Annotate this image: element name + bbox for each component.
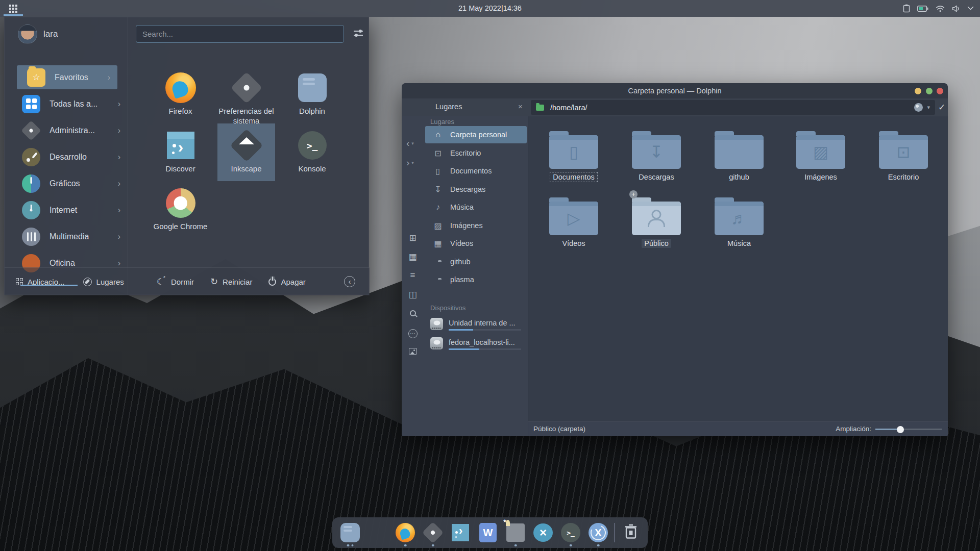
folder-github[interactable]: github (701, 130, 777, 182)
places-panel-close-icon[interactable]: × (518, 102, 523, 111)
dock-writer[interactable]: W (476, 518, 500, 547)
favorite-firefox[interactable]: Firefox (152, 66, 209, 123)
place-imagenes[interactable]: ▨ Imágenes (425, 217, 527, 234)
tab-aplicaciones[interactable]: Aplicacio... (16, 278, 65, 286)
more-options-icon[interactable]: ··· (402, 328, 424, 338)
folder-view[interactable]: ▯ Documentos ↧ Descargas github ▨ Imágen… (528, 116, 948, 436)
place-videos[interactable]: ▦ Vídeos (425, 235, 527, 252)
dock-code-editor[interactable]: × (531, 518, 555, 547)
places-selector-icon[interactable] (914, 103, 923, 112)
dock-system-settings[interactable] (421, 518, 445, 547)
device-unidad-interna[interactable]: Unidad interna de ... (425, 315, 527, 335)
category-administracion[interactable]: Administra... › (5, 118, 128, 142)
chevron-right-icon: › (118, 126, 120, 135)
location-path[interactable]: /home/lara/ (550, 104, 914, 112)
category-favoritos[interactable]: ☆ Favoritos › (17, 65, 117, 89)
shutdown-button[interactable]: Apagar (268, 278, 305, 286)
folder-icon-musica: ♬ (715, 202, 764, 235)
tab-lugares[interactable]: Lugares (83, 278, 124, 286)
folder-icon-descargas: ↧ (632, 135, 681, 169)
sleep-button[interactable]: ☾z Dormir (157, 277, 194, 287)
chevron-right-icon: › (118, 232, 120, 241)
search-input[interactable] (136, 25, 344, 43)
back-button[interactable]: ‹▾ (406, 139, 414, 147)
folder-musica[interactable]: ♬ Música (701, 196, 777, 248)
places-panel-title: Lugares (435, 103, 462, 111)
folder-publico[interactable]: + Público (618, 196, 695, 248)
configure-icon[interactable] (354, 29, 363, 38)
location-bar[interactable]: /home/lara/ ▾ (531, 100, 935, 115)
system-settings-icon (422, 522, 444, 543)
collapse-launcher-button[interactable]: ‹ (344, 276, 355, 287)
panel-clock[interactable]: 21 May 2022|14:36 (439, 0, 541, 17)
restart-button[interactable]: ↻ Reiniciar (210, 276, 252, 287)
internet-icon (22, 201, 40, 219)
folder-icon-videos: ▷ (549, 202, 598, 235)
preview-image-icon[interactable] (402, 347, 424, 357)
dock-konsole[interactable]: >_ (559, 518, 582, 547)
favorite-preferencias-del-sistema[interactable]: Preferencias del sistema (217, 66, 275, 123)
category-todas-las-aplicaciones[interactable]: Todas las a... › (5, 92, 128, 116)
forward-button[interactable]: ›▾ (406, 159, 414, 167)
select-plus-badge[interactable]: + (629, 190, 638, 198)
dock-image-viewer[interactable] (504, 518, 527, 547)
favorite-inkscape[interactable]: Inkscape (217, 123, 275, 181)
favorite-discover[interactable]: › Discover (152, 123, 209, 181)
location-dropdown-caret[interactable]: ▾ (927, 104, 930, 111)
place-documentos[interactable]: ▯ Documentos (425, 162, 527, 180)
title-bar[interactable]: Carpeta personal — Dolphin (402, 83, 948, 98)
zoom-slider[interactable] (875, 429, 942, 430)
dock-panel: W × >_ X (332, 517, 648, 548)
favorite-dolphin[interactable]: Dolphin (283, 66, 341, 123)
place-escritorio[interactable]: ⊡ Escritorio (425, 144, 527, 162)
place-descargas[interactable]: ↧ Descargas (425, 181, 527, 198)
search-icon[interactable] (402, 309, 424, 319)
application-launcher-button[interactable] (0, 0, 27, 17)
dolphin-icon (298, 73, 327, 102)
dock-trash[interactable] (619, 518, 643, 547)
status-text: Público (carpeta) (533, 425, 585, 433)
close-button[interactable] (937, 88, 943, 94)
category-desarrollo[interactable]: Desarrollo › (5, 145, 128, 169)
icons-view-icon[interactable]: ⊞ (402, 233, 424, 243)
places-panel: Lugares ⌂ Carpeta personal ⊡ Escritorio … (424, 116, 528, 436)
favorite-konsole[interactable]: >_ Konsole (283, 123, 341, 181)
folder-descargas[interactable]: ↧ Descargas (618, 130, 695, 182)
place-carpeta-personal[interactable]: ⌂ Carpeta personal (425, 126, 527, 143)
dock-discover[interactable] (449, 518, 472, 547)
document-icon: ▯ (433, 166, 443, 176)
volume-icon[interactable] (952, 5, 960, 12)
maximize-button[interactable] (926, 88, 933, 94)
battery-icon[interactable] (917, 5, 928, 12)
dock-x11[interactable]: X (586, 518, 610, 547)
user-avatar[interactable] (18, 24, 37, 44)
folder-documentos[interactable]: ▯ Documentos (535, 130, 612, 182)
folder-videos[interactable]: ▷ Vídeos (535, 196, 612, 248)
folder-imagenes[interactable]: ▨ Imágenes (782, 130, 859, 182)
dock-firefox[interactable] (394, 518, 417, 547)
dock-google-chrome[interactable] (366, 518, 389, 547)
details-view-icon[interactable]: ≡ (402, 270, 424, 281)
device-usage-bar (449, 348, 521, 350)
system-admin-icon (22, 121, 40, 140)
accept-location-icon[interactable]: ✓ (938, 102, 945, 113)
place-plasma[interactable]: plasma (425, 271, 527, 288)
compact-view-icon[interactable]: ▦ (402, 252, 424, 262)
category-multimedia[interactable]: Multimedia › (5, 224, 128, 248)
multimedia-icon (22, 228, 40, 246)
category-internet[interactable]: Internet › (5, 198, 128, 222)
wifi-icon[interactable] (936, 5, 945, 12)
minimize-button[interactable] (915, 88, 921, 94)
category-graficos[interactable]: Gráficos › (5, 171, 128, 195)
device-fedora-localhost[interactable]: fedora_localhost-li... (425, 335, 527, 354)
zoom-slider-thumb[interactable] (897, 426, 904, 433)
launcher-grid-icon (9, 5, 17, 13)
clipboard-icon[interactable] (903, 4, 910, 13)
favorite-google-chrome[interactable]: Google Chrome (152, 181, 209, 239)
place-github[interactable]: github (425, 253, 527, 270)
folder-escritorio[interactable]: ⊡ Escritorio (865, 130, 942, 182)
place-musica[interactable]: ♪ Música (425, 198, 527, 216)
tray-expand-icon[interactable] (967, 6, 974, 11)
dock-dolphin[interactable] (338, 518, 362, 547)
split-view-icon[interactable]: ◫ (402, 289, 424, 300)
